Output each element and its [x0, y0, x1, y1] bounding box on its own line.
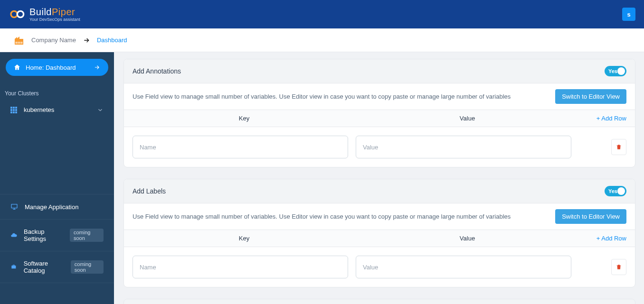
labels-switch-editor-button[interactable]: Switch to Editor View [555, 209, 626, 224]
brand-name: BuildPiper [29, 7, 80, 17]
labels-card: Add Labels Yes Use Field view to manage … [123, 179, 635, 287]
toggle-label: Yes [608, 68, 617, 74]
monitor-icon [10, 203, 18, 211]
annotations-value-input[interactable] [356, 136, 571, 158]
home-label: Home: Dashboard [26, 64, 76, 71]
trash-icon [616, 264, 622, 270]
toggle-knob [617, 67, 625, 75]
topbar: BuildPiper Your DevSecOps assistant s [0, 0, 644, 28]
annotations-add-row-button[interactable]: + Add Row [579, 115, 626, 122]
breadcrumb-dashboard-link[interactable]: Dashboard [97, 37, 127, 44]
toggle-label: Yes [608, 188, 617, 194]
labels-row [124, 247, 635, 287]
sidebar-item-cutoff [0, 283, 114, 287]
menu-label: Manage Application [25, 203, 78, 211]
cloud-icon [10, 231, 17, 239]
breadcrumb: Company Name Dashboard [0, 28, 644, 52]
coming-soon-badge: coming soon [70, 229, 104, 242]
svg-point-1 [17, 11, 23, 17]
menu-label: Software Catalog [24, 260, 64, 274]
labels-value-input[interactable] [356, 256, 571, 278]
home-dashboard-button[interactable]: Home: Dashboard [6, 59, 108, 76]
grid-icon [10, 107, 17, 113]
annotations-row [124, 127, 635, 167]
sidebar-item-software-catalog[interactable]: Software Catalog coming soon [0, 251, 114, 283]
sidebar-item-backup-settings[interactable]: Backup Settings coming soon [0, 219, 114, 251]
sidebar-item-manage-application[interactable]: Manage Application [0, 194, 114, 219]
sidebar: Home: Dashboard Your Clusters kubernetes [0, 52, 114, 304]
chevron-down-icon [97, 107, 104, 113]
brand-logo-icon [9, 9, 28, 20]
arrow-right-icon [93, 64, 101, 71]
coming-soon-badge: coming soon [71, 260, 104, 274]
labels-tip: Use Field view to manage small number of… [133, 213, 511, 220]
sidebar-item-kubernetes[interactable]: kubernetes [0, 101, 114, 118]
avatar-button[interactable]: s [622, 8, 635, 21]
main-content: Add Annotations Yes Use Field view to ma… [114, 52, 644, 304]
annotations-card: Add Annotations Yes Use Field view to ma… [123, 59, 635, 167]
breadcrumb-company: Company Name [31, 37, 76, 44]
cluster-name: kubernetes [24, 106, 54, 113]
svg-rect-2 [11, 204, 17, 208]
brand-subtitle: Your DevSecOps assistant [29, 18, 80, 22]
labels-title: Add Labels [133, 187, 166, 195]
annotations-toggle[interactable]: Yes [605, 66, 626, 76]
brand[interactable]: BuildPiper Your DevSecOps assistant [9, 7, 80, 22]
annotations-title: Add Annotations [133, 67, 181, 75]
company-icon [13, 35, 25, 46]
trash-icon [616, 144, 622, 150]
labels-add-row-button[interactable]: + Add Row [579, 235, 626, 242]
labels-th-value: Value [356, 235, 579, 242]
resource-quota-card: Resource Quota Apply No [123, 299, 635, 304]
labels-toggle[interactable]: Yes [605, 186, 626, 196]
labels-delete-row-button[interactable] [611, 259, 626, 275]
annotations-tip: Use Field view to manage small number of… [133, 93, 511, 100]
home-icon [13, 64, 21, 71]
briefcase-icon [10, 263, 17, 271]
annotations-key-input[interactable] [133, 136, 348, 158]
labels-key-input[interactable] [133, 256, 348, 278]
svg-point-0 [11, 11, 17, 17]
annotations-th-value: Value [356, 115, 579, 122]
annotations-switch-editor-button[interactable]: Switch to Editor View [555, 89, 626, 104]
clusters-section-label: Your Clusters [0, 87, 114, 101]
annotations-delete-row-button[interactable] [611, 139, 626, 155]
arrow-right-icon [83, 37, 90, 44]
menu-label: Backup Settings [24, 228, 63, 242]
labels-th-key: Key [133, 235, 356, 242]
toggle-knob [617, 187, 625, 195]
annotations-th-key: Key [133, 115, 356, 122]
